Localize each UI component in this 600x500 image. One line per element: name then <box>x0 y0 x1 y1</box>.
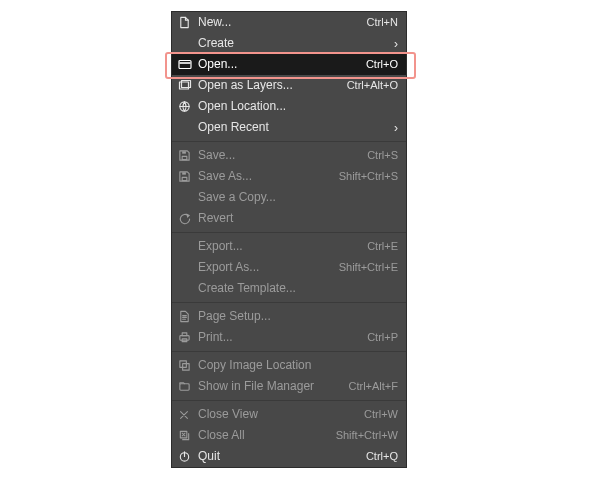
menu-item[interactable]: Open...Ctrl+O <box>172 54 406 75</box>
menu-item-label: Close All <box>198 425 336 446</box>
svg-rect-6 <box>182 151 186 153</box>
menu-item-shortcut: Ctrl+Alt+O <box>347 75 398 96</box>
chevron-right-icon: › <box>394 38 398 50</box>
menu-item-shortcut: Shift+Ctrl+W <box>336 425 398 446</box>
menu-item-label: Page Setup... <box>198 306 398 327</box>
menu-item: Export...Ctrl+E <box>172 236 406 257</box>
new-doc-icon <box>178 16 198 30</box>
menu-separator <box>172 400 406 401</box>
menu-separator <box>172 141 406 142</box>
menu-item: Save a Copy... <box>172 187 406 208</box>
menu-item[interactable]: Open Recent› <box>172 117 406 138</box>
menu-item-label: Create Template... <box>198 278 398 299</box>
svg-rect-8 <box>182 172 186 174</box>
menu-separator <box>172 302 406 303</box>
no-icon <box>178 261 198 275</box>
menu-item-label: Export As... <box>198 257 339 278</box>
menu-item[interactable]: Create› <box>172 33 406 54</box>
menu-item-shortcut: Shift+Ctrl+E <box>339 257 398 278</box>
menu-item-label: Save As... <box>198 166 339 187</box>
no-icon <box>178 37 198 51</box>
menu-item[interactable]: New...Ctrl+N <box>172 12 406 33</box>
no-icon <box>178 121 198 135</box>
menu-item-label: Save a Copy... <box>198 187 398 208</box>
menu-item-label: Copy Image Location <box>198 355 398 376</box>
menu-item-shortcut: Ctrl+O <box>366 54 398 75</box>
menu-item-label: New... <box>198 12 367 33</box>
menu-item-label: Show in File Manager <box>198 376 348 397</box>
menu-item-label: Close View <box>198 404 364 425</box>
menu-item[interactable]: Open as Layers...Ctrl+Alt+O <box>172 75 406 96</box>
menu-item-label: Save... <box>198 145 367 166</box>
svg-rect-1 <box>180 62 191 64</box>
menu-item-label: Quit <box>198 446 366 467</box>
menu-item-label: Print... <box>198 327 367 348</box>
menu-item: Copy Image Location <box>172 355 406 376</box>
chevron-right-icon: › <box>394 122 398 134</box>
svg-rect-0 <box>179 61 191 69</box>
menu-item-label: Create <box>198 33 394 54</box>
menu-separator <box>172 351 406 352</box>
menu-item-shortcut: Ctrl+W <box>364 404 398 425</box>
no-icon <box>178 240 198 254</box>
menu-item: Save As...Shift+Ctrl+S <box>172 166 406 187</box>
svg-rect-14 <box>180 384 189 391</box>
open-icon <box>178 58 198 72</box>
menu-item-shortcut: Ctrl+S <box>367 145 398 166</box>
menu-item-label: Revert <box>198 208 398 229</box>
menu-item-label: Open Recent <box>198 117 394 138</box>
quit-icon <box>178 450 198 464</box>
menu-item: Page Setup... <box>172 306 406 327</box>
menu-item-shortcut: Shift+Ctrl+S <box>339 166 398 187</box>
close-all-icon <box>178 429 198 443</box>
menu-item: Close AllShift+Ctrl+W <box>172 425 406 446</box>
svg-rect-5 <box>182 156 187 159</box>
menu-item[interactable]: QuitCtrl+Q <box>172 446 406 467</box>
menu-item: Close ViewCtrl+W <box>172 404 406 425</box>
menu-item-shortcut: Ctrl+N <box>367 12 398 33</box>
page-setup-icon <box>178 310 198 324</box>
svg-rect-7 <box>182 177 187 180</box>
menu-item-label: Open as Layers... <box>198 75 347 96</box>
menu-item: Show in File ManagerCtrl+Alt+F <box>172 376 406 397</box>
svg-rect-10 <box>182 333 187 336</box>
no-icon <box>178 282 198 296</box>
file-manager-icon <box>178 380 198 394</box>
print-icon <box>178 331 198 345</box>
menu-item[interactable]: Open Location... <box>172 96 406 117</box>
menu-separator <box>172 232 406 233</box>
copy-location-icon <box>178 359 198 373</box>
menu-item-shortcut: Ctrl+Alt+F <box>348 376 398 397</box>
file-context-menu[interactable]: New...Ctrl+NCreate›Open...Ctrl+OOpen as … <box>172 12 406 467</box>
close-icon <box>178 408 198 422</box>
no-icon <box>178 191 198 205</box>
layers-icon <box>178 79 198 93</box>
menu-item-shortcut: Ctrl+Q <box>366 446 398 467</box>
save-icon <box>178 149 198 163</box>
menu-item-label: Export... <box>198 236 367 257</box>
menu-item: Print...Ctrl+P <box>172 327 406 348</box>
menu-item-label: Open Location... <box>198 96 398 117</box>
menu-item: Save...Ctrl+S <box>172 145 406 166</box>
svg-rect-9 <box>180 336 189 341</box>
revert-icon <box>178 212 198 226</box>
menu-item: Export As...Shift+Ctrl+E <box>172 257 406 278</box>
menu-item: Create Template... <box>172 278 406 299</box>
menu-item-shortcut: Ctrl+E <box>367 236 398 257</box>
location-icon <box>178 100 198 114</box>
menu-item-shortcut: Ctrl+P <box>367 327 398 348</box>
save-as-icon <box>178 170 198 184</box>
menu-item-label: Open... <box>198 54 366 75</box>
menu-item: Revert <box>172 208 406 229</box>
